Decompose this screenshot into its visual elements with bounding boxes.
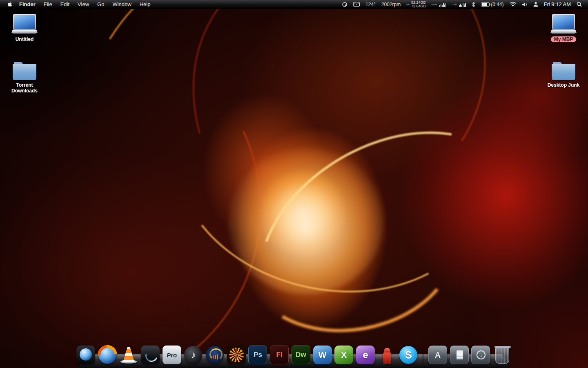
menu-finder[interactable]: Finder [15,0,40,9]
apple-icon [7,1,12,8]
computer-icon [11,14,38,34]
wallpaper [0,0,588,368]
dock-item-firefox[interactable] [97,343,118,366]
desktop-icon-untitled[interactable]: Untitled [7,14,42,42]
user-icon [533,2,538,7]
mail-icon [353,2,360,7]
disk-label: HD [406,3,410,6]
bluetooth-menu-extra[interactable] [469,0,478,9]
menu-bar-clock[interactable]: Fri 9:12 AM [541,0,574,9]
dock-item-vlc[interactable] [118,343,139,366]
logic-pro-icon: Pro [163,346,181,364]
memory-label: MEM [432,3,437,6]
entourage-icon: e [356,346,375,364]
desktop: Untitled Torrent Downloads My MBP Deskto… [0,0,588,368]
word-icon: W [313,346,332,364]
music-note-icon: ♪ [184,346,202,364]
bluetooth-icon [472,2,475,7]
volume-icon [522,2,528,7]
battery-menu-extra[interactable]: (0:44) [478,0,506,9]
desktop-icon-torrent-downloads[interactable]: Torrent Downloads [4,61,45,94]
disk-values: 92.24GB 72.64GB [411,1,426,8]
dock-separator [423,347,423,364]
spotlight-search-icon [577,2,582,7]
spotlight-menu-extra[interactable] [574,0,585,9]
dock-item-red-utility[interactable] [377,343,397,366]
fan-speed-readout[interactable]: 2002rpm [379,0,403,9]
hydrant-icon [378,346,396,364]
dock-item-downloads-stack[interactable]: ↓ [471,343,491,366]
dock-item-excel[interactable]: X [334,343,354,366]
disk-usage-readout[interactable]: HD 92.24GB 72.64GB [403,0,428,9]
applications-stack-icon: A [428,346,447,364]
dock-item-flash[interactable]: Fl [269,343,290,366]
audacity-icon [206,346,224,364]
menu-edit[interactable]: Edit [56,0,74,9]
finder-orb-icon [76,346,95,364]
computer-icon [550,14,577,34]
wifi-menu-extra[interactable] [507,0,519,9]
icon-label: My MBP [551,36,577,42]
dock-item-audacity[interactable] [205,343,225,366]
dock-item-finder[interactable] [76,343,96,366]
memory-meter-bars [439,2,446,7]
quicksilver-menu-extra[interactable] [339,0,350,9]
menu-bar: Finder File Edit View Go Window Help 124… [0,0,588,9]
vlc-cone-icon [119,346,138,364]
menu-view[interactable]: View [74,0,93,9]
user-switch-menu-extra[interactable] [530,0,541,9]
dock-item-music-player[interactable]: ♪ [183,343,204,366]
volume-menu-extra[interactable] [519,0,530,9]
documents-stack-icon [450,346,469,364]
dock-item-entourage[interactable]: e [355,343,376,366]
dock-item-reason[interactable] [226,343,247,366]
desktop-icon-desktop-junk[interactable]: Desktop Junk [543,61,584,88]
dock-item-skype[interactable]: S [399,343,419,366]
excel-icon: X [334,346,353,364]
battery-icon [481,2,490,7]
memory-meter[interactable]: MEM [429,0,449,9]
trash-icon [495,347,509,364]
firefox-icon [98,346,116,364]
dock-item-trash[interactable] [492,343,512,366]
folder-icon [13,61,36,80]
menu-window[interactable]: Window [108,0,135,9]
folder-icon [552,61,575,80]
menu-go[interactable]: Go [93,0,108,9]
menu-help[interactable]: Help [136,0,155,9]
dock-item-photoshop[interactable]: Ps [248,343,268,366]
wifi-icon [510,2,516,7]
flash-icon: Fl [270,346,289,364]
dock-item-documents-stack[interactable] [449,343,470,366]
cpu-label: CPU [452,3,457,6]
icon-label: Untitled [16,36,34,42]
icon-label: Torrent Downloads [4,82,45,94]
apple-menu[interactable] [4,0,15,9]
dock-item-dreamweaver[interactable]: Dw [291,343,311,366]
dock-item-word[interactable]: W [312,343,333,366]
dock-item-logic-pro[interactable]: Pro [162,343,182,366]
dock-item-applications-stack[interactable]: A [428,343,448,366]
temperature-readout[interactable]: 124° [363,0,379,9]
audio-app-icon [141,346,160,364]
photoshop-icon: Ps [248,346,267,364]
downloads-stack-icon: ↓ [471,346,490,364]
cpu-meter[interactable]: CPU [449,0,469,9]
dock-item-audio-app[interactable] [140,343,160,366]
mail-menu-extra[interactable] [350,0,363,9]
skype-icon: S [399,346,417,364]
dock: Pro ♪ Ps Fl Dw W X e S A ↓ [76,334,512,368]
cpu-meter-bars [459,2,466,7]
desktop-icon-my-mbp[interactable]: My MBP [546,14,581,42]
reason-icon [227,346,246,364]
menu-file[interactable]: File [40,0,56,9]
quicksilver-icon [342,2,347,7]
icon-label: Desktop Junk [548,82,580,88]
dreamweaver-icon: Dw [292,346,310,364]
